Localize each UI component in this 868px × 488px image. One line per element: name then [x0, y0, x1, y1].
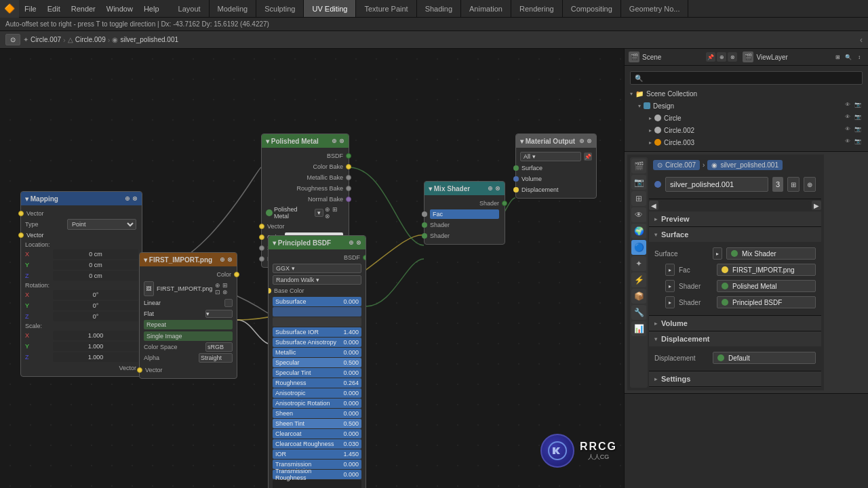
mo-all-dropdown[interactable]: All ▾ [520, 152, 581, 161]
socket-mix-shader1-in[interactable] [422, 222, 427, 228]
material-link-btn[interactable]: ⊞ [787, 177, 800, 192]
pf-specular[interactable]: Specular 0.500 [273, 358, 361, 367]
tab-layout[interactable]: Layout [170, 0, 210, 17]
socket-mix-shader2-in[interactable] [422, 233, 427, 239]
section-preview-header[interactable]: ▸ Preview [649, 211, 821, 226]
node-principled-bsdf[interactable]: ▾ Principled BSDF ⊕ ⊗ BSDF GGX ▾ Random … [268, 235, 366, 488]
socket-principled-basecolor[interactable] [268, 288, 271, 293]
principled-ggx-dropdown[interactable]: GGX ▾ [273, 264, 361, 273]
tree-circle002[interactable]: ▸ Circle.002 👁 📷 [625, 124, 868, 136]
socket-vector-in2[interactable] [18, 232, 24, 238]
tab-modeling[interactable]: Modeling [210, 0, 257, 17]
mode-select[interactable]: ⊙ [5, 34, 20, 45]
vl-search-icon[interactable]: 🔍 [844, 52, 853, 62]
props-icon-view[interactable]: 👁 [631, 207, 646, 222]
socket-mo-volume-in[interactable] [513, 176, 519, 182]
fac-value[interactable]: FIRST_IMPORT.png [717, 264, 816, 276]
props-nav-right[interactable]: ▶ [812, 201, 821, 210]
vl-sort-icon[interactable]: ↕ [854, 52, 864, 62]
material-name-input[interactable] [665, 177, 768, 192]
pm-dropdown[interactable]: ▾ [315, 209, 323, 217]
socket-pm-bump-in[interactable] [259, 256, 264, 262]
props-icon-material[interactable]: 🔵 [631, 240, 646, 255]
socket-mo-surface-in[interactable] [513, 165, 519, 171]
pf-anisotropic-rotation[interactable]: Anisotropic Rotation 0.000 [273, 399, 361, 408]
props-nav-left[interactable]: ◀ [649, 201, 658, 210]
socket-principled-bsdf-out[interactable] [363, 255, 366, 260]
pf-clearcoat-roughness[interactable]: Clearcoat Roughness 0.030 [273, 439, 361, 449]
props-icon-world[interactable]: 🌍 [631, 224, 646, 239]
tree-circle003[interactable]: ▸ Circle.003 👁 📷 [625, 136, 868, 148]
vl-filter-icon[interactable]: ⊞ [833, 52, 842, 62]
pf-ior[interactable]: IOR 1.450 [273, 449, 361, 459]
socket-pm-color-in[interactable] [259, 235, 264, 240]
socket-fi-vec-in[interactable] [137, 367, 142, 373]
section-displacement-header[interactable]: ▾ Displacement [649, 331, 821, 346]
props-icon-physics[interactable]: ⚡ [631, 272, 646, 287]
fi-single-image-btn[interactable]: Single Image [144, 331, 233, 341]
fi-linear-btn[interactable] [224, 299, 233, 307]
menu-file[interactable]: File [19, 0, 42, 17]
material-add-btn[interactable]: ⊕ [804, 177, 816, 192]
fi-repeat-btn[interactable]: Repeat [144, 320, 233, 329]
tree-scene-collection[interactable]: ▾ 📁 Scene Collection [625, 87, 868, 100]
pf-subsurface[interactable]: Subsurface 0.000 [273, 297, 361, 306]
outliner-search[interactable]: 🔍 [630, 71, 863, 85]
pf-subsurface-ior[interactable]: Subsurface IOR 1.400 [273, 327, 361, 337]
shader2-arrow-btn[interactable]: ▸ [665, 296, 675, 308]
pf-sheen-tint[interactable]: Sheen Tint 0.500 [273, 419, 361, 428]
node-canvas[interactable]: ▾ Mapping ⊕ ⊗ Vector Type Point Vector [0, 49, 624, 488]
pf-transmission-roughness[interactable]: Transmission Roughness 0.000 [273, 470, 361, 479]
socket-pm-scale-in[interactable] [259, 245, 264, 251]
pf-subsurface-color[interactable] [273, 317, 361, 327]
tab-uv-editing[interactable]: UV Editing [304, 0, 356, 17]
props-icon-render[interactable]: 📷 [631, 175, 646, 190]
fac-arrow-btn[interactable]: ▸ [665, 264, 675, 276]
fi-colorspace-dropdown[interactable]: sRGB [205, 342, 233, 352]
tab-sculpting[interactable]: Sculpting [256, 0, 304, 17]
material-selector[interactable]: ◉ silver_polished.001 [707, 160, 783, 170]
pf-specular-tint[interactable]: Specular Tint 0.000 [273, 368, 361, 378]
socket-pm-bsdf-out[interactable] [346, 153, 351, 159]
object-selector[interactable]: ⊙ Circle.007 [653, 160, 700, 170]
shader1-value[interactable]: Polished Metal [717, 280, 816, 292]
section-surface-header[interactable]: ▾ Surface [649, 227, 821, 242]
fi-alpha-dropdown[interactable]: Straight [199, 353, 233, 363]
displacement-value[interactable]: Default [713, 352, 816, 364]
tree-circle[interactable]: ▸ Circle 👁 📷 [625, 112, 868, 124]
pf-roughness[interactable]: Roughness 0.264 [273, 378, 361, 388]
socket-pm-roughnessbake[interactable] [346, 186, 351, 191]
tab-shading[interactable]: Shading [417, 0, 461, 17]
pf-metallic[interactable]: Metallic 0.000 [273, 348, 361, 357]
tab-compositing[interactable]: Compositing [563, 0, 621, 17]
panel-toggle[interactable]: ‹ [860, 35, 863, 45]
section-line-art-header[interactable]: ▸ Line Art [649, 387, 821, 388]
pf-clearcoat[interactable]: Clearcoat 0.000 [273, 429, 361, 439]
surface-arrow-btn[interactable]: ▸ [713, 247, 722, 260]
surface-value[interactable]: Mix Shader [726, 247, 816, 260]
tab-geometry-nodes[interactable]: Geometry No... [621, 0, 689, 17]
section-volume-header[interactable]: ▸ Volume [649, 316, 821, 331]
shader2-value[interactable]: Principled BSDF [717, 296, 816, 308]
menu-render[interactable]: Render [66, 0, 101, 17]
socket-pm-metallicbake[interactable] [346, 175, 351, 180]
node-material-output[interactable]: ▾ Material Output ⊕ ⊗ All ▾ 📌 Surface Vo… [515, 134, 597, 199]
scene-close-icon[interactable]: ⊗ [728, 52, 737, 62]
pf-subsurface-anisotropy[interactable]: Subsurface Anisotropy 0.000 [273, 338, 361, 347]
socket-mix-shader-out[interactable] [502, 201, 507, 206]
socket-pm-normalbake[interactable] [346, 197, 351, 202]
menu-help[interactable]: Help [138, 0, 165, 17]
props-icon-data[interactable]: 📊 [631, 321, 646, 336]
tab-rendering[interactable]: Rendering [511, 0, 563, 17]
node-mapping-type-select[interactable]: Point [67, 219, 136, 230]
menu-window[interactable]: Window [101, 0, 138, 17]
socket-fi-color-out[interactable] [234, 272, 239, 277]
mo-pin-btn[interactable]: 📌 [584, 152, 592, 161]
tab-animation[interactable]: Animation [461, 0, 511, 17]
node-mix-shader[interactable]: ▾ Mix Shader ⊕ ⊗ Shader Fac Shader [424, 181, 505, 245]
section-settings-header[interactable]: ▸ Settings [649, 371, 821, 386]
props-icon-modifier[interactable]: 🔧 [631, 305, 646, 320]
pf-subsurface-radius[interactable] [273, 307, 361, 317]
props-icon-object[interactable]: 📦 [631, 289, 646, 304]
props-icon-scene[interactable]: 🎬 [631, 159, 646, 174]
